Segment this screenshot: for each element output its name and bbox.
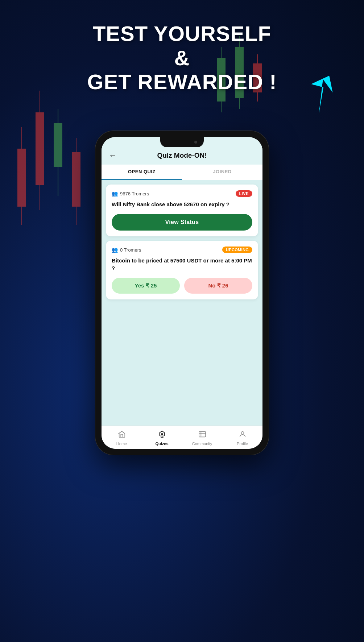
phone-notch [160, 137, 204, 147]
tromers-count-2: 0 Tromers [120, 247, 141, 253]
svg-rect-15 [199, 432, 205, 437]
tabs-container: OPEN QUIZ JOINED [102, 165, 262, 180]
hero-text: TEST YOURSELF & GET REWARDED ! [0, 22, 364, 94]
view-status-button[interactable]: View Status [112, 214, 252, 231]
card-1-header: 👥 9676 Tromers LIVE [112, 190, 252, 197]
upcoming-badge: UPCOMING [222, 247, 252, 253]
app-screen: ← Quiz Mode-ON! OPEN QUIZ JOINED 👥 [102, 137, 262, 449]
live-badge: LIVE [236, 190, 252, 197]
back-button[interactable]: ← [109, 151, 117, 160]
svg-rect-1 [17, 149, 26, 207]
quiz-card-live: 👥 9676 Tromers LIVE Will Nifty Bank clos… [106, 185, 258, 236]
tab-open-quiz[interactable]: OPEN QUIZ [102, 165, 182, 180]
card-2-tromers: 👥 0 Tromers [112, 247, 141, 253]
hero-line1: TEST YOURSELF [0, 22, 364, 46]
tromers-count-1: 9676 Tromers [120, 191, 149, 196]
quiz-card-upcoming: 👥 0 Tromers UPCOMING Bitcoin to be price… [106, 241, 258, 299]
users-icon-1: 👥 [112, 191, 118, 196]
nav-community[interactable]: Community [182, 429, 222, 447]
svg-rect-3 [36, 112, 44, 185]
card-2-header: 👥 0 Tromers UPCOMING [112, 247, 252, 253]
nav-home[interactable]: Home [102, 429, 142, 447]
vote-buttons-container: Yes ₹ 25 No ₹ 26 [112, 278, 252, 294]
tab-joined[interactable]: JOINED [182, 165, 262, 180]
quiz-cards-container: 👥 9676 Tromers LIVE Will Nifty Bank clos… [102, 180, 262, 426]
svg-rect-7 [72, 152, 80, 207]
svg-rect-5 [54, 123, 62, 167]
bottom-navigation: Home Quizes Community [102, 426, 262, 449]
quizes-label: Quizes [155, 442, 168, 446]
no-button[interactable]: No ₹ 26 [184, 278, 252, 294]
card-1-tromers: 👥 9676 Tromers [112, 191, 149, 196]
community-label: Community [192, 442, 212, 446]
yes-button[interactable]: Yes ₹ 25 [112, 278, 180, 294]
quiz-question-1: Will Nifty Bank close above 52670 on exp… [112, 200, 252, 208]
home-icon [118, 430, 126, 440]
svg-point-18 [241, 432, 244, 434]
quiz-question-2: Bitcoin to be priced at 57500 USDT or mo… [112, 257, 252, 272]
phone-mockup: ← Quiz Mode-ON! OPEN QUIZ JOINED 👥 [95, 131, 269, 455]
nav-quizes[interactable]: Quizes [142, 429, 182, 447]
phone-outer-frame: ← Quiz Mode-ON! OPEN QUIZ JOINED 👥 [95, 131, 269, 455]
hero-line3: GET REWARDED ! [0, 70, 364, 94]
notch-dot [194, 141, 197, 144]
quizes-icon [158, 430, 166, 440]
users-icon-2: 👥 [112, 247, 118, 253]
empty-space [106, 304, 258, 421]
hero-line2: & [0, 46, 364, 70]
community-icon [198, 430, 206, 440]
header-title: Quiz Mode-ON! [157, 152, 207, 160]
profile-label: Profile [237, 442, 248, 446]
nav-profile[interactable]: Profile [222, 429, 262, 447]
phone-inner-screen: ← Quiz Mode-ON! OPEN QUIZ JOINED 👥 [102, 137, 262, 449]
home-label: Home [116, 442, 127, 446]
profile-icon [239, 430, 247, 440]
